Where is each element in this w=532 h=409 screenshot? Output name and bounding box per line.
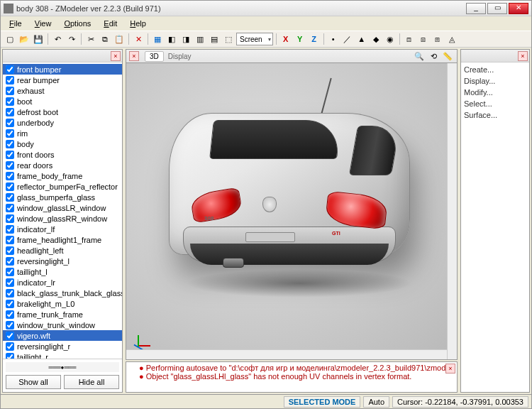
tree-item[interactable]: black_glass_trunk_black_glass [3, 288, 122, 298]
tree-item-checkbox[interactable] [6, 353, 14, 359]
viewport-close-icon[interactable]: × [129, 51, 139, 61]
redo-icon[interactable]: ↷ [65, 33, 78, 45]
tree-item-checkbox[interactable] [6, 321, 14, 329]
tree-item-checkbox[interactable] [6, 140, 14, 148]
tree-item[interactable]: body [3, 138, 122, 149]
tree-item-checkbox[interactable] [6, 332, 14, 340]
tree-item[interactable]: reflector_bumperFa_reflector [3, 181, 122, 192]
object-tree[interactable]: front bumperrear bumperexhaustbootdefros… [3, 62, 122, 359]
close-button[interactable]: ✕ [509, 3, 528, 14]
show-all-button[interactable]: Show all [6, 375, 61, 389]
save-file-icon[interactable]: 💾 [32, 33, 45, 45]
log-close-icon[interactable]: × [445, 364, 455, 373]
tree-item-checkbox[interactable] [6, 193, 14, 202]
tree-item[interactable]: vigero.wft [3, 330, 122, 341]
menu-options[interactable]: Options [58, 18, 96, 29]
tree-item[interactable]: defrost boot [3, 107, 122, 117]
tree-item-checkbox[interactable] [6, 87, 14, 95]
viewport-ruler-icon[interactable]: 📏 [441, 50, 454, 62]
command-item[interactable]: Modify... [462, 87, 528, 98]
view4-icon[interactable]: ▤ [208, 33, 221, 45]
tree-item-checkbox[interactable] [6, 182, 14, 191]
viewport-zoom-icon[interactable]: 🔍 [413, 50, 426, 62]
tree-item-checkbox[interactable] [6, 257, 14, 266]
tree-item[interactable]: window_glassRR_window [3, 213, 122, 224]
tree-item-checkbox[interactable] [6, 161, 14, 170]
view3-icon[interactable]: ▥ [194, 33, 206, 45]
tree-item[interactable]: indicator_lr [3, 277, 122, 288]
tree-item-checkbox[interactable] [6, 108, 14, 116]
tree-item-checkbox[interactable] [6, 151, 14, 159]
command-item[interactable]: Select... [462, 98, 528, 109]
tree-item[interactable]: rear bumper [3, 75, 122, 85]
select-object-icon[interactable]: ◉ [384, 33, 397, 45]
tree-item[interactable]: exhaust [3, 85, 122, 96]
view2-icon[interactable]: ◨ [179, 33, 192, 45]
viewport-scroll-v[interactable] [447, 63, 457, 359]
select-face-icon[interactable]: ▲ [355, 33, 368, 45]
viewport-tab-3d[interactable]: 3D [145, 51, 164, 62]
tree-item[interactable]: frame_body_frame [3, 170, 122, 181]
tree-item-checkbox[interactable] [6, 225, 14, 234]
axis-y-button[interactable]: Y [294, 33, 306, 45]
command-item[interactable]: Display... [462, 75, 528, 87]
tree-item[interactable]: front doors [3, 149, 122, 160]
select-vertex-icon[interactable]: • [327, 33, 340, 45]
screen-dropdown[interactable]: Screen [236, 33, 273, 45]
menu-edit[interactable]: Edit [98, 18, 123, 29]
tree-item-checkbox[interactable] [6, 76, 14, 84]
titlebar[interactable]: body 308 - ZModeler ver 2.2.3 (Build 971… [1, 1, 531, 16]
tree-item[interactable]: taillight_l [3, 266, 122, 277]
tree-item[interactable]: headlight_left [3, 245, 122, 256]
viewport-scroll-h[interactable] [126, 349, 447, 359]
undo-icon[interactable]: ↶ [51, 33, 64, 45]
misc-tool2-icon[interactable]: ⧇ [417, 33, 430, 45]
hide-all-button[interactable]: Hide all [64, 375, 119, 389]
command-close-icon[interactable]: × [518, 51, 528, 61]
tree-item-checkbox[interactable] [6, 289, 14, 298]
tree-item[interactable]: underbody [3, 117, 122, 128]
tree-item[interactable]: reversinglight_l [3, 256, 122, 266]
tree-item[interactable]: glass_bumperfa_glass [3, 192, 122, 202]
viewport-3d[interactable]: 308 GTI [126, 63, 458, 360]
tree-item[interactable]: window_trunk_window [3, 320, 122, 330]
misc-tool3-icon[interactable]: ⧆ [431, 33, 444, 45]
tree-item-checkbox[interactable] [6, 119, 14, 127]
tree-item-checkbox[interactable] [6, 129, 14, 138]
tree-item-checkbox[interactable] [6, 278, 14, 287]
grid-icon[interactable]: ▦ [151, 33, 164, 45]
tree-item-checkbox[interactable] [6, 310, 14, 319]
command-item[interactable]: Create... [462, 64, 528, 75]
minimize-button[interactable]: _ [466, 3, 486, 14]
tree-item-checkbox[interactable] [6, 268, 14, 276]
tree-item-checkbox[interactable] [6, 97, 14, 106]
tree-item-checkbox[interactable] [6, 204, 14, 212]
tree-slider[interactable]: ═══●═══ [6, 362, 119, 372]
maximize-button[interactable]: ▭ [487, 3, 507, 14]
new-file-icon[interactable]: ▢ [4, 33, 16, 45]
paste-icon[interactable]: 📋 [113, 33, 126, 45]
menu-view[interactable]: View [29, 18, 57, 29]
axis-z-button[interactable]: Z [308, 33, 321, 45]
tool-clear-icon[interactable]: ✕ [132, 33, 145, 45]
tree-item[interactable]: boot [3, 96, 122, 107]
viewport-reset-icon[interactable]: ⟲ [427, 50, 440, 62]
view1-icon[interactable]: ◧ [165, 33, 178, 45]
tree-item-checkbox[interactable] [6, 246, 14, 255]
tree-item[interactable]: window_glassLR_window [3, 202, 122, 213]
tree-item[interactable]: rim [3, 128, 122, 138]
tree-item[interactable]: brakelight_m_L0 [3, 298, 122, 309]
menu-file[interactable]: File [4, 18, 28, 29]
misc-tool4-icon[interactable]: ◬ [445, 33, 458, 45]
copy-icon[interactable]: ⧉ [99, 33, 111, 45]
tree-item[interactable]: frame_trunk_frame [3, 309, 122, 320]
view-3d-icon[interactable]: ⬚ [222, 33, 235, 45]
tree-item-checkbox[interactable] [6, 300, 14, 308]
tree-close-icon[interactable]: × [111, 51, 121, 61]
tree-item[interactable]: front bumper [3, 64, 122, 75]
tree-item-checkbox[interactable] [6, 236, 14, 244]
tree-item[interactable]: taillight_r [3, 351, 122, 359]
axis-x-button[interactable]: X [279, 33, 292, 45]
tree-item[interactable]: rear doors [3, 160, 122, 170]
tree-item-checkbox[interactable] [6, 214, 14, 223]
